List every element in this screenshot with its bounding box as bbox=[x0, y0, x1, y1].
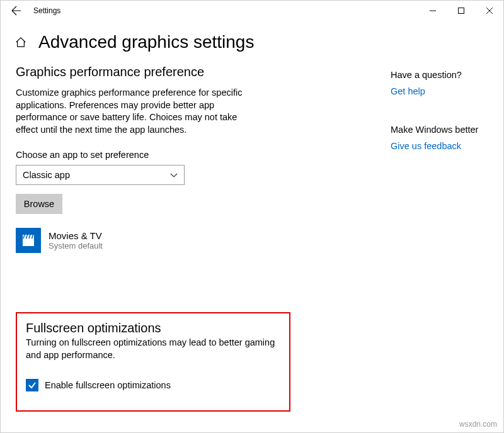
back-button[interactable] bbox=[3, 1, 30, 21]
fullscreen-heading: Fullscreen optimizations bbox=[26, 321, 280, 335]
checkmark-icon bbox=[28, 381, 37, 390]
close-button[interactable] bbox=[475, 1, 503, 21]
fullscreen-optimizations-section: Fullscreen optimizations Turning on full… bbox=[16, 312, 290, 412]
minimize-button[interactable] bbox=[418, 1, 447, 21]
close-icon bbox=[486, 8, 493, 14]
app-name: Movies & TV bbox=[49, 230, 103, 241]
maximize-icon bbox=[458, 8, 464, 14]
perf-description: Customize graphics performance preferenc… bbox=[16, 87, 255, 136]
fullscreen-description: Turning on fullscreen optimizations may … bbox=[26, 337, 278, 361]
enable-fullscreen-checkbox[interactable] bbox=[26, 379, 38, 391]
watermark: wsxdn.com bbox=[459, 420, 497, 429]
perf-heading: Graphics performance preference bbox=[16, 65, 280, 79]
home-icon bbox=[15, 37, 26, 48]
app-type-select[interactable]: Classic app bbox=[16, 165, 185, 185]
maximize-button[interactable] bbox=[447, 1, 475, 21]
sidebar: Have a question? Get help Make Windows b… bbox=[391, 65, 478, 253]
feedback-link[interactable]: Give us feedback bbox=[391, 141, 478, 151]
svg-rect-0 bbox=[458, 8, 464, 14]
app-entry[interactable]: Movies & TV System default bbox=[16, 228, 280, 253]
get-help-link[interactable]: Get help bbox=[391, 86, 478, 96]
select-value: Classic app bbox=[23, 170, 70, 180]
window-controls bbox=[418, 1, 503, 21]
chevron-down-icon bbox=[170, 171, 178, 179]
page-title: Advanced graphics settings bbox=[38, 32, 254, 52]
svg-rect-1 bbox=[23, 239, 34, 246]
minimize-icon bbox=[430, 8, 436, 14]
better-heading: Make Windows better bbox=[391, 125, 478, 135]
choose-app-label: Choose an app to set preference bbox=[16, 150, 280, 160]
clapperboard-icon bbox=[21, 233, 36, 248]
app-preference: System default bbox=[49, 241, 103, 250]
page-header: Advanced graphics settings bbox=[1, 21, 503, 65]
home-button[interactable] bbox=[14, 36, 27, 48]
titlebar: Settings bbox=[1, 1, 503, 21]
window-title: Settings bbox=[33, 6, 60, 15]
back-arrow-icon bbox=[11, 6, 21, 16]
checkbox-label: Enable fullscreen optimizations bbox=[45, 380, 171, 390]
main-content: Graphics performance preference Customiz… bbox=[16, 65, 280, 253]
browse-button[interactable]: Browse bbox=[16, 194, 62, 214]
question-heading: Have a question? bbox=[391, 70, 478, 80]
movies-tv-app-icon bbox=[16, 228, 41, 253]
